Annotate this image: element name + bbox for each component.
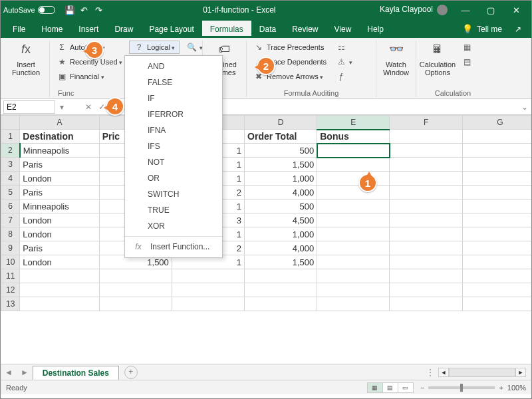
redo-icon[interactable]: ↷ bbox=[94, 5, 104, 15]
cell[interactable]: 500 bbox=[245, 200, 317, 213]
zoom-in-button[interactable]: + bbox=[499, 384, 503, 392]
column-header-e[interactable]: E bbox=[317, 116, 390, 130]
dropdown-item-ifna[interactable]: IFNA bbox=[125, 122, 222, 138]
cell[interactable] bbox=[20, 269, 99, 283]
cancel-icon[interactable]: ✕ bbox=[82, 102, 95, 112]
cell[interactable]: London bbox=[20, 172, 99, 186]
cell[interactable] bbox=[390, 200, 462, 213]
cell[interactable] bbox=[99, 297, 172, 311]
cell[interactable]: Paris bbox=[20, 241, 99, 255]
watch-window-button[interactable]: 👓 Watch Window bbox=[380, 41, 412, 83]
tab-draw[interactable]: Draw bbox=[106, 21, 141, 38]
worksheet[interactable]: A B C D E F G 1 Destination Pric Order T… bbox=[1, 115, 531, 364]
row-header[interactable]: 13 bbox=[1, 297, 20, 311]
cell[interactable]: 1,000 bbox=[245, 172, 317, 186]
add-sheet-button[interactable]: + bbox=[124, 366, 138, 379]
cell[interactable] bbox=[317, 186, 390, 200]
cell[interactable] bbox=[462, 255, 531, 269]
zoom-level[interactable]: 100% bbox=[507, 384, 526, 392]
cell[interactable] bbox=[99, 283, 172, 297]
logical-button[interactable]: ?Logical bbox=[129, 41, 180, 54]
cell[interactable]: Destination bbox=[20, 130, 99, 144]
dropdown-item-and[interactable]: AND bbox=[125, 59, 222, 74]
tell-me-search[interactable]: 💡 Tell me bbox=[456, 20, 509, 38]
sheet-tab-destination-sales[interactable]: Destination Sales bbox=[33, 366, 119, 380]
cell[interactable] bbox=[390, 227, 462, 241]
zoom-slider[interactable] bbox=[428, 386, 495, 389]
dropdown-item-true[interactable]: TRUE bbox=[125, 202, 222, 218]
tab-page-layout[interactable]: Page Layout bbox=[141, 21, 201, 38]
cell[interactable] bbox=[317, 213, 390, 227]
cell[interactable] bbox=[245, 297, 317, 311]
user-account[interactable]: Kayla Claypool bbox=[380, 5, 448, 15]
cell[interactable] bbox=[390, 172, 462, 186]
cell[interactable]: Minneapolis bbox=[20, 144, 99, 158]
cell[interactable] bbox=[462, 227, 531, 241]
cell[interactable]: London bbox=[20, 255, 99, 269]
cell[interactable] bbox=[462, 172, 531, 186]
view-page-layout-button[interactable]: ▤ bbox=[382, 382, 398, 393]
hscroll-left-icon[interactable]: ◄ bbox=[438, 368, 449, 377]
row-header[interactable]: 1 bbox=[1, 130, 20, 144]
column-header-g[interactable]: G bbox=[462, 116, 531, 130]
financial-button[interactable]: ▣Financial bbox=[54, 70, 125, 83]
dropdown-item-if[interactable]: IF bbox=[125, 90, 222, 106]
cell[interactable]: 4,500 bbox=[245, 213, 317, 227]
name-box[interactable] bbox=[3, 100, 55, 114]
namebox-dropdown-icon[interactable]: ▾ bbox=[55, 102, 68, 112]
cell[interactable] bbox=[390, 269, 462, 283]
cell[interactable] bbox=[317, 241, 390, 255]
cell[interactable]: 4,000 bbox=[245, 241, 317, 255]
cell[interactable]: Order Total bbox=[245, 130, 317, 144]
cell[interactable] bbox=[20, 297, 99, 311]
cell[interactable] bbox=[99, 269, 172, 283]
tab-scroll-right-icon[interactable]: ► bbox=[17, 368, 33, 377]
row-header[interactable]: 9 bbox=[1, 241, 20, 255]
cell[interactable] bbox=[317, 172, 390, 186]
cell[interactable] bbox=[462, 269, 531, 283]
cell-selected[interactable] bbox=[317, 144, 390, 158]
cell[interactable] bbox=[317, 227, 390, 241]
hscroll-track[interactable] bbox=[449, 368, 515, 377]
cell[interactable] bbox=[20, 283, 99, 297]
cell[interactable] bbox=[172, 297, 244, 311]
error-checking-button[interactable]: ⚠ bbox=[333, 55, 355, 68]
cell[interactable]: Paris bbox=[20, 186, 99, 200]
cell[interactable] bbox=[317, 283, 390, 297]
cell[interactable]: Minneapolis bbox=[20, 200, 99, 213]
tab-help[interactable]: Help bbox=[359, 21, 392, 38]
dropdown-item-ifs[interactable]: IFS bbox=[125, 138, 222, 154]
view-page-break-button[interactable]: ▭ bbox=[398, 382, 414, 393]
maximize-button[interactable] bbox=[478, 1, 503, 19]
share-button[interactable]: ↗ bbox=[509, 21, 527, 38]
row-header[interactable]: 2 bbox=[1, 144, 20, 158]
view-normal-button[interactable]: ▦ bbox=[367, 382, 383, 393]
dropdown-item-xor[interactable]: XOR bbox=[125, 218, 222, 234]
tab-data[interactable]: Data bbox=[251, 21, 284, 38]
tab-formulas[interactable]: Formulas bbox=[202, 21, 251, 38]
minimize-button[interactable] bbox=[453, 1, 478, 19]
cell[interactable] bbox=[462, 297, 531, 311]
cell[interactable]: Paris bbox=[20, 158, 99, 172]
row-header[interactable]: 3 bbox=[1, 158, 20, 172]
cell[interactable]: London bbox=[20, 227, 99, 241]
cell[interactable] bbox=[390, 213, 462, 227]
cell[interactable] bbox=[172, 269, 244, 283]
column-header-d[interactable]: D bbox=[245, 116, 317, 130]
toggle-off-icon[interactable] bbox=[38, 6, 55, 14]
cell[interactable]: London bbox=[20, 213, 99, 227]
dropdown-insert-function[interactable]: fxInsert Function... bbox=[125, 239, 222, 255]
row-header[interactable]: 8 bbox=[1, 227, 20, 241]
select-all-corner[interactable] bbox=[1, 116, 20, 130]
cell[interactable] bbox=[390, 130, 462, 144]
trace-precedents-button[interactable]: ↘Trace Precedents bbox=[251, 41, 329, 54]
dropdown-item-switch[interactable]: SWITCH bbox=[125, 186, 222, 202]
row-header[interactable]: 12 bbox=[1, 283, 20, 297]
cell[interactable] bbox=[390, 283, 462, 297]
dropdown-item-or[interactable]: OR bbox=[125, 170, 222, 186]
calculate-now-button[interactable]: ▦ bbox=[459, 41, 475, 54]
cell[interactable] bbox=[462, 144, 531, 158]
cell[interactable] bbox=[317, 158, 390, 172]
cell[interactable] bbox=[245, 283, 317, 297]
save-icon[interactable]: 💾 bbox=[65, 5, 75, 15]
